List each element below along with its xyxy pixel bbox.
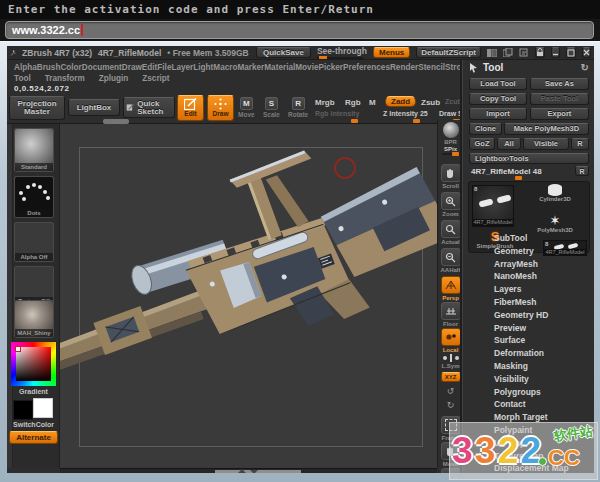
menu-item[interactable]: Document xyxy=(82,63,122,72)
menu-item[interactable]: Light xyxy=(193,63,213,72)
color-picker[interactable] xyxy=(11,342,56,386)
tool-panel-header[interactable]: Tool ↻ xyxy=(463,60,594,75)
z-intensity-handle[interactable] xyxy=(413,119,420,123)
menu-item[interactable]: Edit xyxy=(142,63,157,72)
copy-tool-button[interactable]: Copy Tool xyxy=(469,93,527,105)
mrgb-toggle[interactable]: Mrgb xyxy=(315,98,335,107)
tool-section-header[interactable]: NanoMesh xyxy=(463,270,594,283)
palette-menu-item[interactable]: Zplugin xyxy=(99,74,129,83)
goz-visible-button[interactable]: Visible xyxy=(523,138,569,150)
zsub-toggle[interactable]: Zsub xyxy=(421,98,440,107)
lightbox-tools-button[interactable]: Lightbox›Tools xyxy=(469,153,589,164)
goz-all-button[interactable]: All xyxy=(497,138,521,150)
paste-tool-button[interactable]: Paste Tool xyxy=(530,93,589,105)
spix-slider[interactable]: SPix xyxy=(439,146,462,155)
z-rotate-button[interactable]: ↻ xyxy=(439,400,462,410)
palette-menu-item[interactable]: Zscript xyxy=(142,74,169,83)
cylinder3d-tool[interactable]: Cylinder3D xyxy=(521,184,589,214)
goz-r-button[interactable]: R xyxy=(571,138,589,150)
current-stroke-thumbnail[interactable]: Dots xyxy=(14,176,54,218)
actual-button[interactable]: Actual xyxy=(439,220,462,245)
rotate-mode-button[interactable]: R Rotate xyxy=(288,97,308,118)
paste-doc-icon[interactable] xyxy=(519,48,529,58)
menu-item[interactable]: Alpha xyxy=(14,63,37,72)
secondary-color-swatch[interactable] xyxy=(33,398,53,418)
quick-sketch-button[interactable]: Quick Sketch xyxy=(123,97,175,118)
bpr-render-button[interactable]: BPR xyxy=(439,122,462,145)
tool-section-header[interactable]: Geometry xyxy=(463,245,594,258)
see-through-handle[interactable] xyxy=(319,56,327,59)
bottom-tray-handle[interactable] xyxy=(215,470,301,473)
rgb-intensity-slider[interactable]: Rgb Intensity xyxy=(315,110,359,117)
menu-item[interactable]: Brush xyxy=(37,63,61,72)
menu-item[interactable]: Material xyxy=(264,63,295,72)
restore-button[interactable] xyxy=(566,47,576,58)
clone-button[interactable]: Clone xyxy=(469,123,502,135)
current-alpha-thumbnail[interactable]: Alpha Off xyxy=(14,222,54,262)
rifle-model-3d[interactable] xyxy=(60,124,437,468)
tool-section-header[interactable]: Masking xyxy=(463,360,594,373)
palette-menu-item[interactable]: Transform xyxy=(45,74,85,83)
minimize-button[interactable] xyxy=(551,47,560,58)
menu-item[interactable]: Macro xyxy=(213,63,237,72)
m-toggle[interactable]: M xyxy=(369,98,376,107)
default-zscript-button[interactable]: DefaultZScript xyxy=(416,47,481,58)
z-intensity-slider[interactable]: Z Intensity 25 xyxy=(383,110,428,117)
menu-item[interactable]: Render xyxy=(390,63,418,72)
top-tray-handle[interactable] xyxy=(103,119,129,124)
tool-section-header[interactable]: FiberMesh xyxy=(463,296,594,309)
menus-toggle-button[interactable]: Menus xyxy=(373,47,410,58)
xyz-button[interactable]: XYZ xyxy=(439,372,462,382)
tool-section-header[interactable]: Polygroups xyxy=(463,386,594,399)
tool-section-header[interactable]: Geometry HD xyxy=(463,309,594,322)
aahalf-button[interactable]: AAHalf xyxy=(439,248,462,273)
see-through-slider[interactable]: See-through xyxy=(317,46,367,59)
load-tool-button[interactable]: Load Tool xyxy=(469,78,527,90)
tool-section-header[interactable]: Visibility xyxy=(463,373,594,386)
menu-item[interactable]: Stencil xyxy=(418,63,445,72)
current-material-thumbnail[interactable]: MAH_Shiny xyxy=(14,300,54,338)
gradient-label[interactable]: Gradient xyxy=(7,388,60,395)
menu-item[interactable]: Preferences xyxy=(343,63,390,72)
rgb-intensity-handle[interactable] xyxy=(351,119,358,123)
persp-button[interactable]: Persp xyxy=(439,276,462,301)
switch-color-label[interactable]: SwitchColor xyxy=(7,421,60,428)
move-mode-button[interactable]: M Move xyxy=(238,97,255,118)
tool-section-header[interactable]: Contact xyxy=(463,398,594,411)
local-button[interactable]: Local xyxy=(439,328,462,353)
menu-item[interactable]: Movie xyxy=(295,63,318,72)
make-polymesh3d-button[interactable]: Make PolyMesh3D xyxy=(504,123,589,135)
y-rotate-button[interactable]: ↺ xyxy=(439,386,462,396)
active-tool-thumbnail[interactable]: 8 4R7_RifleModel xyxy=(472,185,514,227)
lightbox-button[interactable]: LightBox xyxy=(68,99,120,116)
save-as-button[interactable]: Save As xyxy=(530,78,589,90)
lock-icon[interactable] xyxy=(535,47,545,58)
tool-section-header[interactable]: Deformation xyxy=(463,347,594,360)
activation-code-input[interactable]: www.3322.cc xyxy=(5,21,594,39)
tool-section-header[interactable]: Surface xyxy=(463,334,594,347)
lsym-button[interactable]: L.Sym xyxy=(439,354,462,369)
panel-config-icon[interactable] xyxy=(487,48,497,58)
zoom-button[interactable]: Zoom xyxy=(439,192,462,217)
menu-item[interactable]: File xyxy=(157,63,171,72)
document-canvas[interactable] xyxy=(60,124,437,468)
active-tool-r-button[interactable]: R xyxy=(575,166,589,176)
draw-mode-button[interactable]: Draw xyxy=(207,95,234,121)
active-tool-name[interactable]: 4R7_RifleModel 48 xyxy=(471,167,542,176)
menu-item[interactable]: Color xyxy=(60,63,81,72)
copy-doc-icon[interactable] xyxy=(503,48,513,58)
tool-section-header[interactable]: ArrayMesh xyxy=(463,258,594,271)
tool-section-header[interactable]: SubTool xyxy=(463,232,594,245)
edit-mode-button[interactable]: Edit xyxy=(177,95,204,121)
tool-section-header[interactable]: Layers xyxy=(463,283,594,296)
zcut-toggle[interactable]: Zcut xyxy=(445,98,460,105)
menu-item[interactable]: Draw xyxy=(122,63,142,72)
scale-mode-button[interactable]: S Scale xyxy=(263,97,280,118)
bottom-tray-divider[interactable] xyxy=(60,468,437,473)
menu-item[interactable]: Picker xyxy=(318,63,343,72)
scroll-button[interactable]: Scroll xyxy=(439,164,462,189)
main-color-swatch[interactable] xyxy=(13,400,33,420)
goz-button[interactable]: GoZ xyxy=(469,138,495,150)
alternate-button[interactable]: Alternate xyxy=(9,431,58,444)
palette-menu-item[interactable]: Tool xyxy=(14,74,31,83)
